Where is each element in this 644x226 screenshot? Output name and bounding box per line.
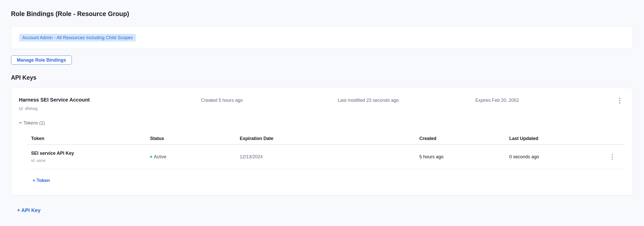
column-header-created: Created: [415, 136, 505, 141]
token-status: Active: [154, 154, 166, 160]
tokens-toggle-label: Tokens (1): [23, 120, 45, 126]
token-expiration-date: 12/13/2024: [236, 154, 415, 160]
tokens-toggle[interactable]: Tokens (1): [19, 120, 45, 126]
api-key-last-modified: Last modified 23 seconds ago: [338, 97, 475, 103]
add-token-link[interactable]: + Token: [33, 178, 50, 183]
api-key-header: Harness SEI Service Account Id: dfetwg C…: [19, 97, 624, 111]
api-key-identity: Harness SEI Service Account Id: dfetwg: [19, 97, 201, 111]
token-name-cell: SEI service API Key Id: sdcet: [27, 151, 146, 163]
token-id: Id: sdcet: [31, 159, 146, 163]
manage-role-bindings-button[interactable]: Manage Role Bindings: [11, 55, 72, 65]
api-key-card: Harness SEI Service Account Id: dfetwg C…: [11, 88, 632, 195]
token-name: SEI service API Key: [31, 151, 146, 156]
role-bindings-card: Account Admin - All Resources Including …: [11, 26, 632, 49]
column-header-last-updated: Last Updated: [505, 136, 610, 141]
token-created: 5 hours ago: [415, 154, 505, 160]
api-key-name: Harness SEI Service Account: [19, 97, 201, 102]
column-header-status: Status: [146, 136, 236, 141]
api-key-expires: Expires Feb 20, 2052: [475, 97, 613, 103]
role-binding-chip: Account Admin - All Resources Including …: [19, 34, 136, 41]
api-key-created: Created 5 hours ago: [201, 97, 338, 103]
tokens-table: Token Status Expiration Date Created Las…: [27, 133, 625, 169]
api-keys-heading: API Keys: [11, 75, 632, 81]
token-table-row: SEI service API Key Id: sdcet Active 12/…: [27, 145, 625, 169]
token-status-cell: Active: [146, 154, 236, 160]
page-title: Role Bindings (Role - Resource Group): [11, 0, 632, 17]
status-dot-icon: [150, 156, 152, 158]
column-header-expiration-date: Expiration Date: [236, 136, 415, 141]
chevron-up-icon: [19, 122, 22, 124]
column-header-token: Token: [27, 136, 146, 141]
api-key-id: Id: dfetwg: [19, 106, 201, 111]
page: Role Bindings (Role - Resource Group) Ac…: [0, 0, 644, 213]
api-key-menu-button[interactable]: [618, 97, 622, 104]
token-last-updated: 0 seconds ago: [505, 154, 610, 160]
tokens-table-header-row: Token Status Expiration Date Created Las…: [27, 133, 625, 145]
token-menu-button[interactable]: [610, 153, 614, 160]
add-api-key-link[interactable]: + API Key: [17, 207, 41, 213]
